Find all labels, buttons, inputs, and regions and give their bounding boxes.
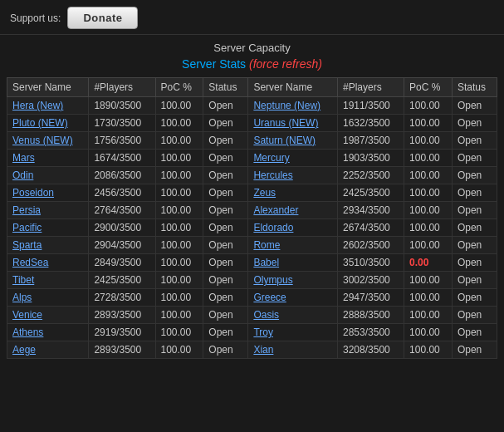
support-bar: Support us: Donate xyxy=(0,0,504,35)
server-link-left[interactable]: Odin xyxy=(12,169,33,181)
server-link-right[interactable]: Rome xyxy=(253,239,280,251)
players-right: 2674/3500 xyxy=(338,219,404,237)
table-row: Tibet2425/3500100.00OpenOlympus3002/3500… xyxy=(7,272,497,289)
server-name-left[interactable]: Aege xyxy=(7,341,89,359)
server-link-left[interactable]: Athens xyxy=(12,326,43,338)
table-container: Server Name #Players PoC % Status Server… xyxy=(0,77,504,366)
server-name-left[interactable]: Mars xyxy=(7,150,89,167)
server-name-right[interactable]: Oasis xyxy=(248,307,338,324)
poc-right: 0.00 xyxy=(404,254,453,272)
server-name-right[interactable]: Alexander xyxy=(248,202,338,219)
server-link-right[interactable]: Saturn (NEW) xyxy=(253,135,316,146)
status-left: Open xyxy=(203,237,248,254)
server-link-right[interactable]: Alexander xyxy=(253,204,298,216)
status-right: Open xyxy=(452,324,497,341)
server-name-right[interactable]: Greece xyxy=(248,289,338,307)
server-name-left[interactable]: Athens xyxy=(7,324,89,341)
server-link-right[interactable]: Hercules xyxy=(253,169,292,181)
server-name-right[interactable]: Olympus xyxy=(248,272,338,289)
players-right: 2602/3500 xyxy=(338,237,404,254)
server-name-left[interactable]: Sparta xyxy=(7,237,89,254)
server-link-left[interactable]: Sparta xyxy=(12,239,42,251)
poc-right: 100.00 xyxy=(404,132,453,150)
server-name-right[interactable]: Zeus xyxy=(248,184,338,202)
server-name-left[interactable]: RedSea xyxy=(7,254,89,272)
server-link-left[interactable]: Hera (New) xyxy=(12,100,63,111)
table-row: RedSea2849/3500100.00OpenBabel3510/35000… xyxy=(7,254,497,272)
server-name-left[interactable]: Alps xyxy=(7,289,89,307)
players-right: 1632/3500 xyxy=(338,115,404,132)
server-name-right[interactable]: Mercury xyxy=(248,150,338,167)
table-header-row: Server Name #Players PoC % Status Server… xyxy=(7,78,497,97)
force-refresh[interactable]: (force refresh) xyxy=(249,57,322,71)
players-left: 1756/3500 xyxy=(89,132,155,150)
table-row: Aege2893/3500100.00OpenXian3208/3500100.… xyxy=(7,341,497,359)
server-link-right[interactable]: Neptune (New) xyxy=(253,100,321,111)
donate-button[interactable]: Donate xyxy=(67,7,138,29)
server-link-right[interactable]: Xian xyxy=(253,344,273,356)
server-link-right[interactable]: Olympus xyxy=(253,274,292,286)
players-left: 2893/3500 xyxy=(89,307,155,324)
server-name-right[interactable]: Hercules xyxy=(248,167,338,184)
status-right: Open xyxy=(452,237,497,254)
server-link-right[interactable]: Oasis xyxy=(253,309,279,321)
server-name-right[interactable]: Saturn (NEW) xyxy=(248,132,338,150)
server-table: Server Name #Players PoC % Status Server… xyxy=(7,77,497,359)
server-name-right[interactable]: Uranus (NEW) xyxy=(248,115,338,132)
players-left: 2919/3500 xyxy=(89,324,155,341)
server-name-right[interactable]: Xian xyxy=(248,341,338,359)
status-left: Open xyxy=(203,97,248,115)
server-link-right[interactable]: Mercury xyxy=(253,152,289,164)
players-right: 3002/3500 xyxy=(338,272,404,289)
server-link-left[interactable]: RedSea xyxy=(12,257,48,268)
col-header-players-left: #Players xyxy=(89,78,155,97)
server-name-left[interactable]: Pacific xyxy=(7,219,89,237)
server-name-left[interactable]: Venice xyxy=(7,307,89,324)
server-name-left[interactable]: Venus (NEW) xyxy=(7,132,89,150)
poc-left: 100.00 xyxy=(155,132,203,150)
server-link-left[interactable]: Poseidon xyxy=(12,187,54,199)
server-link-left[interactable]: Tibet xyxy=(12,274,34,286)
server-link-right[interactable]: Zeus xyxy=(253,187,276,199)
server-link-left[interactable]: Alps xyxy=(12,292,32,303)
server-link-right[interactable]: Troy xyxy=(253,326,273,338)
col-header-server-name-right: Server Name xyxy=(248,78,338,97)
status-right: Open xyxy=(452,132,497,150)
server-name-left[interactable]: Hera (New) xyxy=(7,97,89,115)
server-name-right[interactable]: Neptune (New) xyxy=(248,97,338,115)
poc-right: 100.00 xyxy=(404,237,453,254)
server-name-left[interactable]: Poseidon xyxy=(7,184,89,202)
poc-left: 100.00 xyxy=(155,289,203,307)
server-name-left[interactable]: Persia xyxy=(7,202,89,219)
poc-left: 100.00 xyxy=(155,307,203,324)
server-name-right[interactable]: Troy xyxy=(248,324,338,341)
status-left: Open xyxy=(203,341,248,359)
server-name-left[interactable]: Tibet xyxy=(7,272,89,289)
server-link-left[interactable]: Venus (NEW) xyxy=(12,135,73,146)
status-right: Open xyxy=(452,202,497,219)
server-link-left[interactable]: Persia xyxy=(12,204,41,216)
server-stats-link[interactable]: Server Stats (force refresh) xyxy=(182,57,322,71)
server-name-left[interactable]: Pluto (NEW) xyxy=(7,115,89,132)
col-header-status-left: Status xyxy=(203,78,248,97)
poc-right: 100.00 xyxy=(404,97,453,115)
server-link-right[interactable]: Babel xyxy=(253,257,279,268)
table-row: Mars1674/3500100.00OpenMercury1903/35001… xyxy=(7,150,497,167)
server-name-right[interactable]: Rome xyxy=(248,237,338,254)
server-name-left[interactable]: Odin xyxy=(7,167,89,184)
server-name-right[interactable]: Eldorado xyxy=(248,219,338,237)
col-header-poc-left: PoC % xyxy=(155,78,203,97)
status-left: Open xyxy=(203,202,248,219)
page-title: Server Capacity xyxy=(0,35,504,56)
server-name-right[interactable]: Babel xyxy=(248,254,338,272)
server-link-left[interactable]: Mars xyxy=(12,152,35,164)
server-link-left[interactable]: Venice xyxy=(12,309,42,321)
server-link-right[interactable]: Eldorado xyxy=(253,222,293,233)
server-link-left[interactable]: Pluto (NEW) xyxy=(12,117,68,129)
server-link-left[interactable]: Aege xyxy=(12,344,36,356)
server-link-right[interactable]: Greece xyxy=(253,292,286,303)
server-link-right[interactable]: Uranus (NEW) xyxy=(253,117,318,129)
players-left: 2456/3500 xyxy=(89,184,155,202)
server-link-left[interactable]: Pacific xyxy=(12,222,42,233)
support-label: Support us: xyxy=(10,12,61,24)
